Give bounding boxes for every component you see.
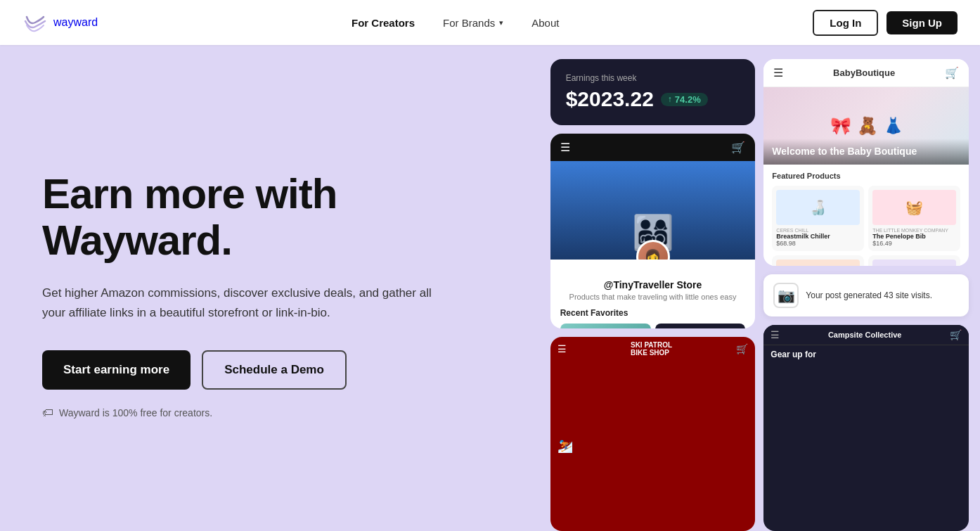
cart-icon: 🛒 [731, 141, 745, 154]
nav-for-creators[interactable]: For Creators [337, 11, 429, 34]
baby-welcome-text: Welcome to the Baby Boutique [772, 146, 960, 158]
hero-title: Earn more with Wayward. [42, 171, 497, 264]
signup-button[interactable]: Sign Up [886, 11, 958, 34]
cart-icon-baby: 🛒 [945, 66, 959, 79]
nav-about[interactable]: About [517, 11, 573, 34]
baby-product-1-brand: CERES CHILL [776, 228, 860, 233]
baby-product-3-img: 👗 [776, 260, 860, 266]
campsite-card: ☰ Campsite Collective 🛒 Gear up for [763, 325, 969, 532]
hero-left: Earn more with Wayward. Get higher Amazo… [0, 45, 539, 531]
store-description: Products that make traveling with little… [560, 293, 746, 301]
campsite-name: Campsite Collective [828, 331, 902, 339]
earnings-badge: ↑ 74.2% [661, 93, 708, 106]
campsite-subtitle: Gear up for [771, 350, 962, 359]
ski-patrol-card: ☰ SKI PATROLBIKE SHOP 🛒 ⛷️ [550, 337, 756, 532]
baby-product-4: 👶 [868, 255, 960, 266]
baby-product-2-brand: THE LITTLE MONKEY COMPANY [872, 228, 956, 233]
baby-product-1-price: $68.98 [776, 240, 860, 247]
baby-product-4-img: 👶 [872, 260, 956, 266]
baby-hero-image: 🎀 🧸 👗 Welcome to the Baby Boutique [763, 87, 969, 165]
product-2: 🎒 SLUMBERPOD [655, 324, 746, 328]
baby-header: ☰ BabyBoutique 🛒 [763, 59, 969, 87]
hero-subtitle: Get higher Amazon commissions, discover … [42, 283, 436, 321]
cards-left-col: Earnings this week $2023.22 ↑ 74.2% ☰ 🛒 [550, 59, 756, 531]
store-header: ☰ 🛒 [550, 134, 756, 161]
logo[interactable]: wayward [22, 10, 98, 35]
campsite-body: Gear up for [763, 345, 969, 364]
campsite-header: ☰ Campsite Collective 🛒 [763, 325, 969, 345]
baby-boutique-card: ☰ BabyBoutique 🛒 🎀 🧸 👗 Welcome to the Ba… [763, 59, 969, 266]
store-hero-image: 👨‍👩‍👧‍👦 👩 [550, 161, 756, 260]
login-button[interactable]: Log In [813, 10, 878, 36]
hero-right: Earnings this week $2023.22 ↑ 74.2% ☰ 🛒 [539, 45, 980, 531]
baby-product-1-img: 🍶 [776, 190, 860, 225]
instagram-notification: 📷 Your post generated 43 site visits. [763, 274, 969, 316]
baby-products-grid-2: 👗 👶 [772, 255, 960, 266]
instagram-text: Your post generated 43 site visits. [806, 290, 932, 300]
up-arrow-icon: ↑ [668, 94, 672, 104]
baby-product-1-name: Breastmilk Chiller [776, 233, 860, 240]
recent-favorites-title: Recent Favorites [560, 308, 746, 318]
baby-product-2: 🧺 THE LITTLE MONKEY COMPANY The Penelope… [868, 186, 960, 251]
ski-logo: SKI PATROLBIKE SHOP [631, 341, 672, 357]
schedule-demo-button[interactable]: Schedule a Demo [202, 350, 347, 390]
baby-boutique-name: BabyBoutique [833, 68, 895, 78]
baby-product-2-price: $16.49 [872, 240, 956, 247]
baby-products-grid: 🍶 CERES CHILL Breastmilk Chiller $68.98 … [772, 186, 960, 251]
store-handle: @TinyTraveller Store [560, 279, 746, 290]
baby-product-2-name: The Penelope Bib [872, 233, 956, 240]
store-products-grid: 🍶 CERES CHILL 🎒 SLUMBERPOD [560, 324, 746, 328]
cart-icon-campsite: 🛒 [950, 329, 962, 340]
nav-links: For Creators For Brands ▾ About [337, 11, 573, 34]
nav-for-brands[interactable]: For Brands ▾ [429, 11, 517, 34]
note-icon: 🏷 [42, 407, 53, 419]
navbar: wayward For Creators For Brands ▾ About … [0, 0, 980, 45]
baby-product-2-img: 🧺 [872, 190, 956, 225]
instagram-icon: 📷 [773, 283, 799, 308]
baby-hero-overlay: Welcome to the Baby Boutique [763, 139, 969, 165]
hero-note: 🏷 Wayward is 100% free for creators. [42, 407, 497, 419]
baby-body: Featured Products 🍶 CERES CHILL Breastmi… [763, 165, 969, 266]
baby-product-1: 🍶 CERES CHILL Breastmilk Chiller $68.98 [772, 186, 864, 251]
earnings-card: Earnings this week $2023.22 ↑ 74.2% [550, 59, 756, 125]
hero-buttons: Start earning more Schedule a Demo [42, 350, 497, 390]
hero-note-text: Wayward is 100% free for creators. [59, 407, 212, 418]
menu-icon-baby: ☰ [773, 66, 783, 79]
menu-icon: ☰ [560, 141, 570, 154]
logo-text: wayward [53, 16, 98, 29]
store-body: @TinyTraveller Store Products that make … [550, 260, 756, 328]
hero-section: Earn more with Wayward. Get higher Amazo… [0, 45, 980, 531]
earnings-label: Earnings this week [566, 73, 740, 83]
cards-right-col: ☰ BabyBoutique 🛒 🎀 🧸 👗 Welcome to the Ba… [763, 59, 969, 531]
earnings-amount: $2023.22 [566, 87, 654, 111]
ski-header: ☰ SKI PATROLBIKE SHOP 🛒 [550, 337, 756, 361]
menu-icon-campsite: ☰ [771, 329, 780, 340]
start-earning-button[interactable]: Start earning more [42, 350, 191, 390]
chevron-down-icon: ▾ [499, 18, 503, 27]
cart-icon-ski: 🛒 [736, 343, 748, 354]
nav-actions: Log In Sign Up [813, 10, 958, 36]
baby-product-3: 👗 [772, 255, 864, 266]
store-card: ☰ 🛒 👨‍👩‍👧‍👦 👩 @TinyTraveller Store Produ… [550, 134, 756, 328]
menu-icon-ski: ☰ [557, 343, 567, 354]
product-1: 🍶 CERES CHILL [560, 324, 651, 328]
featured-title: Featured Products [772, 172, 960, 180]
